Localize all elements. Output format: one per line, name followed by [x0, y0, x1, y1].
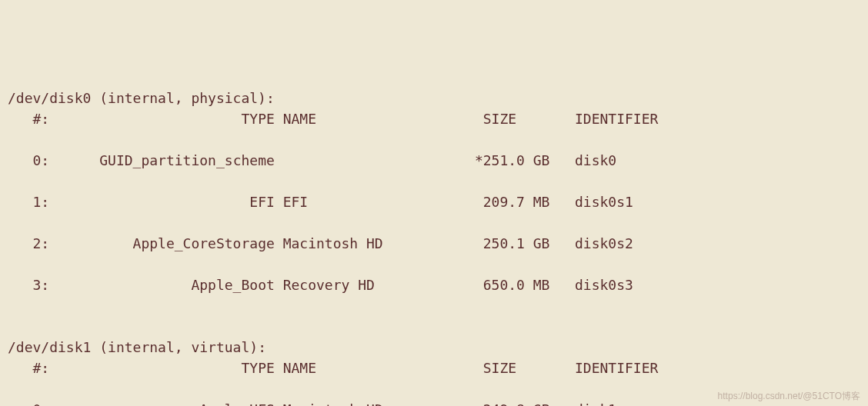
disk1-header: /dev/disk1 (internal, virtual): — [8, 339, 266, 355]
terminal-output: /dev/disk0 (internal, physical): #: TYPE… — [8, 88, 860, 406]
disk0-partition-row: 0: GUID_partition_scheme *251.0 GB disk0 — [8, 150, 860, 171]
watermark: https://blog.csdn.net/@51CTO博客 — [718, 389, 860, 403]
disk0-header: /dev/disk0 (internal, physical): — [8, 90, 275, 106]
disk0-partition-row: 3: Apple_Boot Recovery HD 650.0 MB disk0… — [8, 275, 860, 295]
disk1-column-header: #: TYPE NAME SIZE IDENTIFIER — [8, 358, 860, 378]
disk0-partition-row: 2: Apple_CoreStorage Macintosh HD 250.1 … — [8, 233, 860, 254]
disk0-partition-row: 1: EFI EFI 209.7 MB disk0s1 — [8, 191, 860, 212]
disk0-column-header: #: TYPE NAME SIZE IDENTIFIER — [8, 108, 860, 129]
